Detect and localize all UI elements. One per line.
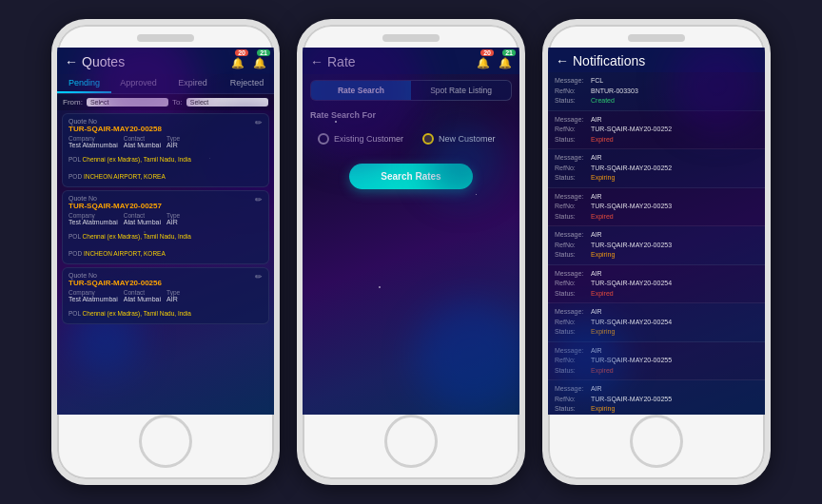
rate-bg-decoration (303, 48, 519, 415)
quote-number-1: TUR-SQAIR-MAY20-00258 (68, 125, 263, 133)
status-val-1: Created (591, 96, 615, 107)
notif-item-1[interactable]: Message:FCL RefNo:BNTUR-003303 Status:Cr… (548, 72, 765, 111)
notifications-header: ← Notifications (548, 48, 765, 72)
ref-label-7: RefNo: (555, 318, 587, 328)
contact-label-3: Contact (124, 289, 161, 296)
ref-val-2: TUR-SQAIR-MAY20-00252 (591, 125, 672, 135)
contact-val-1: Atat Mumbai (124, 142, 161, 148)
status-label-6: Status: (555, 289, 587, 300)
tab-pending[interactable]: Pending (57, 74, 111, 93)
bell-wrapper-2[interactable]: 🔔 21 (253, 53, 266, 70)
ref-label-6: RefNo: (555, 279, 587, 289)
ref-val-5: TUR-SQAIR-MAY20-00253 (591, 241, 672, 251)
notifications-list: Message:FCL RefNo:BNTUR-003303 Status:Cr… (548, 72, 765, 415)
existing-label: Existing Customer (334, 134, 403, 144)
status-val-9: Expiring (591, 404, 615, 415)
rate-tab-search[interactable]: Rate Search (311, 81, 411, 100)
type-val-1: AIR (166, 142, 180, 148)
bell-icon: 🔔 (231, 57, 245, 68)
badge-count-2: 21 (257, 49, 270, 56)
status-label-1: Status: (555, 96, 587, 107)
pod-label-1: POD (68, 173, 84, 180)
rate-search-for-label: Rate Search For (303, 107, 519, 127)
quote-details-2: Company Test Atatmumbai Contact Atat Mum… (68, 212, 263, 225)
status-label-9: Status: (555, 404, 587, 415)
quote-no-label-2: Quote No (68, 195, 263, 202)
notification-badges: 🔔 20 🔔 21 (231, 53, 266, 70)
msg-label-7: Message: (555, 307, 587, 318)
bell-wrapper[interactable]: 🔔 20 (231, 53, 245, 70)
back-button[interactable]: ← Quotes (65, 54, 125, 69)
existing-radio[interactable] (318, 133, 329, 145)
new-label: New Customer (439, 134, 496, 144)
pod-val-2: INCHEON AIRPORT, KOREA (84, 250, 166, 257)
notif-item-3[interactable]: Message:AIR RefNo:TUR-SQAIR-MAY20-00252 … (548, 149, 765, 188)
quote-details-1: Company Test Atatmumbai Contact Atat Mum… (68, 135, 263, 148)
contact-label: Contact (124, 135, 161, 142)
phone-quotes: ← Quotes 🔔 20 🔔 21 Pending Approved Expi… (51, 19, 280, 485)
new-radio[interactable] (422, 133, 434, 145)
pol-val-3: Chennai (ex Madras), Tamil Nadu, India (83, 310, 191, 317)
notif-item-5[interactable]: Message:AIR RefNo:TUR-SQAIR-MAY20-00253 … (548, 226, 765, 265)
msg-val-5: AIR (591, 230, 602, 241)
company-val-2: Test Atatmumbai (68, 219, 118, 225)
notif-item-8[interactable]: Message:AIR RefNo:TUR-SQAIR-MAY20-00255 … (548, 342, 765, 381)
new-customer-option[interactable]: New Customer (422, 133, 496, 145)
ref-val-8: TUR-SQAIR-MAY20-00255 (591, 356, 672, 366)
msg-val-7: AIR (591, 307, 602, 318)
tab-approved[interactable]: Approved (111, 74, 166, 93)
type-label: Type (166, 135, 180, 142)
ref-label-4: RefNo: (555, 202, 587, 212)
notif-item-4[interactable]: Message:AIR RefNo:TUR-SQAIR-MAY20-00253 … (548, 188, 765, 227)
notif-item-9[interactable]: Message:AIR RefNo:TUR-SQAIR-MAY20-00255 … (548, 380, 765, 415)
quotes-header: ← Quotes 🔔 20 🔔 21 (57, 48, 274, 74)
rate-tab-spot[interactable]: Spot Rate Listing (411, 81, 511, 100)
customer-type-options: Existing Customer New Customer (303, 127, 519, 156)
notif-back-button[interactable]: ← Notifications (556, 53, 645, 68)
tab-rejected[interactable]: Rejected (220, 74, 274, 93)
edit-icon-1[interactable]: ✏ (255, 118, 263, 127)
notif-item-6[interactable]: Message:AIR RefNo:TUR-SQAIR-MAY20-00254 … (548, 265, 765, 304)
pol-label-1: POL (68, 156, 83, 163)
ref-val-7: TUR-SQAIR-MAY20-00254 (591, 318, 672, 328)
type-label-3: Type (166, 289, 180, 296)
msg-val-9: AIR (591, 384, 602, 395)
ref-label-8: RefNo: (555, 356, 587, 366)
pol-label-2: POL (68, 233, 83, 240)
quote-card-1: Quote No TUR-SQAIR-MAY20-00258 ✏ Company… (62, 113, 269, 187)
header-title: Quotes (82, 54, 125, 69)
existing-customer-option[interactable]: Existing Customer (318, 133, 403, 145)
rate-bell-1[interactable]: 🔔 20 (477, 53, 490, 70)
ref-label-1: RefNo: (555, 87, 587, 97)
quote-card-2: Quote No TUR-SQAIR-MAY20-00257 ✏ Company… (62, 190, 269, 264)
status-label-8: Status: (555, 366, 587, 377)
ref-label-9: RefNo: (555, 395, 587, 405)
ref-val-1: BNTUR-003303 (591, 87, 638, 97)
pol-val-2: Chennai (ex Madras), Tamil Nadu, India (83, 233, 191, 240)
screen-rate: ← Rate 🔔 20 🔔 21 Rate Search Spot Rate L… (303, 48, 519, 415)
edit-icon-3[interactable]: ✏ (255, 272, 263, 281)
msg-label-6: Message: (555, 269, 587, 280)
msg-label-2: Message: (555, 115, 587, 126)
tab-expired[interactable]: Expired (166, 74, 220, 93)
msg-label-3: Message: (555, 153, 587, 164)
to-date-input[interactable]: Select (186, 98, 268, 107)
from-date-input[interactable]: Select (87, 98, 168, 107)
rate-back-button[interactable]: ← Rate (310, 54, 356, 69)
edit-icon-2[interactable]: ✏ (255, 195, 263, 204)
rate-bell-icon-1: 🔔 (477, 57, 490, 68)
search-rates-button[interactable]: Search Rates (349, 164, 473, 189)
bell-icon-2: 🔔 (253, 57, 266, 68)
rate-badge-2: 21 (502, 49, 516, 56)
msg-val-6: AIR (591, 269, 602, 280)
quote-no-label-3: Quote No (68, 272, 263, 279)
notif-item-2[interactable]: Message:AIR RefNo:TUR-SQAIR-MAY20-00252 … (548, 111, 765, 150)
notif-back-icon: ← (556, 53, 569, 68)
status-label-3: Status: (555, 173, 587, 184)
company-label-3: Company (68, 289, 118, 296)
rate-bell-2[interactable]: 🔔 21 (499, 53, 512, 70)
notif-item-7[interactable]: Message:AIR RefNo:TUR-SQAIR-MAY20-00254 … (548, 303, 765, 342)
contact-val-2: Atat Mumbai (124, 219, 161, 225)
status-val-7: Expiring (591, 327, 615, 338)
quote-number-3: TUR-SQAIR-MAY20-00256 (68, 279, 263, 287)
